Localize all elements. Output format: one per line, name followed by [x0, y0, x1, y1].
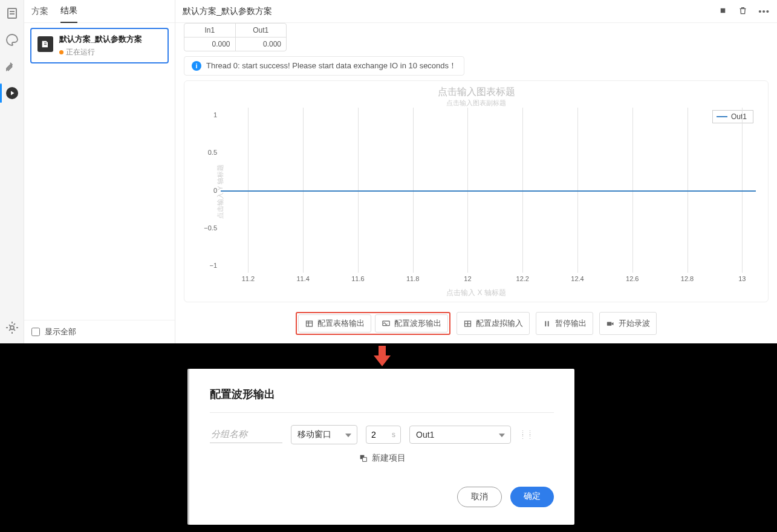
palette-icon[interactable] [5, 33, 19, 47]
group-name-input[interactable]: 分组名称 [210, 426, 282, 443]
svg-rect-14 [607, 322, 612, 325]
highlighted-buttons: 配置表格输出 配置波形输出 [296, 312, 450, 335]
svg-point-3 [10, 326, 14, 329]
chart-container[interactable]: 点击输入图表标题 点击输入图表副标题 Out1 点击输入 Y 轴标题 点击输入 … [184, 80, 769, 302]
svg-rect-13 [548, 321, 549, 326]
tab-result[interactable]: 结果 [60, 0, 77, 23]
play-icon[interactable] [5, 86, 19, 100]
config-table-output-button[interactable]: 配置表格输出 [298, 314, 371, 332]
header: 默认方案_默认参数方案 ••• [175, 0, 777, 23]
cancel-button[interactable]: 取消 [457, 487, 502, 507]
alert-message: i Thread 0: start success! Please start … [184, 56, 464, 76]
window-mode-select[interactable]: 移动窗口 [291, 425, 357, 444]
dialog-title: 配置波形输出 [210, 387, 554, 401]
plot-area: 11.211.411.611.81212.212.412.612.813−1−0… [221, 108, 756, 273]
duration-input[interactable]: 2s [366, 426, 401, 444]
show-all-row: 显示全部 [24, 320, 175, 343]
case-icon [37, 36, 53, 52]
show-all-checkbox[interactable] [31, 328, 40, 336]
side-panel: 方案 结果 默认方案_默认参数方案 正在运行 显示全部 [24, 0, 175, 343]
info-icon: i [192, 61, 201, 71]
chart-subtitle[interactable]: 点击输入图表副标题 [184, 99, 768, 108]
drag-handle-icon[interactable]: ⋮⋮⋮⋮ [519, 431, 534, 438]
delete-icon[interactable] [738, 6, 747, 17]
document-icon[interactable] [5, 6, 19, 21]
th-out1: Out1 [236, 24, 287, 37]
config-wave-dialog: 配置波形输出 分组名称 移动窗口 2s Out1 ⋮⋮⋮⋮ 新建项目 取消 确定 [189, 369, 574, 525]
svg-rect-5 [307, 321, 313, 326]
svg-rect-12 [545, 321, 546, 326]
tools-icon[interactable] [5, 59, 19, 74]
th-in1: In1 [184, 24, 236, 37]
svg-rect-4 [721, 8, 726, 13]
arrow-down-icon [374, 346, 391, 368]
annotation-area: 配置波形输出 分组名称 移动窗口 2s Out1 ⋮⋮⋮⋮ 新建项目 取消 确定 [0, 343, 777, 532]
output-toolbar: 配置表格输出 配置波形输出 配置虚拟输入 暂停输出 开始录波 [184, 307, 769, 339]
config-wave-output-button[interactable]: 配置波形输出 [375, 314, 448, 332]
page-title: 默认方案_默认参数方案 [183, 6, 272, 17]
config-virtual-input-button[interactable]: 配置虚拟输入 [457, 312, 530, 335]
start-record-button[interactable]: 开始录波 [599, 312, 657, 335]
tab-plan[interactable]: 方案 [31, 0, 48, 23]
ok-button[interactable]: 确定 [510, 487, 554, 507]
pause-output-button[interactable]: 暂停输出 [536, 312, 593, 335]
case-title: 默认方案_默认参数方案 [59, 34, 142, 45]
main-area: 默认方案_默认参数方案 ••• In1Out1 0.0000.000 i Thr… [175, 0, 777, 343]
settings-icon[interactable] [5, 320, 19, 335]
io-table: In1Out1 0.0000.000 [184, 23, 287, 51]
left-rail [0, 0, 24, 343]
td-out1: 0.000 [236, 37, 287, 51]
channel-select[interactable]: Out1 [409, 426, 511, 444]
chart-title[interactable]: 点击输入图表标题 [184, 81, 768, 99]
x-axis-label[interactable]: 点击输入 X 轴标题 [446, 288, 506, 298]
td-in1: 0.000 [184, 37, 236, 51]
stop-icon[interactable] [718, 6, 727, 17]
new-item-button[interactable]: 新建项目 [210, 453, 554, 464]
show-all-label: 显示全部 [45, 326, 76, 337]
more-icon[interactable]: ••• [758, 6, 770, 17]
case-status: 正在运行 [59, 47, 142, 57]
case-card[interactable]: 默认方案_默认参数方案 正在运行 [30, 28, 169, 63]
